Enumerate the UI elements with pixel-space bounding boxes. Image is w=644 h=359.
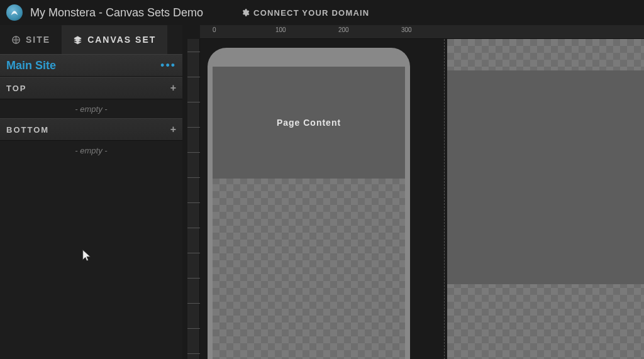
layers-icon (73, 35, 82, 45)
ruler-tick: 0 (213, 26, 216, 33)
page-content-label: Page Content (277, 118, 341, 128)
cursor-icon (82, 249, 92, 263)
top-bar: My Monstera - Canvas Sets Demo CONNECT Y… (0, 0, 644, 25)
section-top-label: TOP (6, 84, 170, 93)
connect-domain-label: CONNECT YOUR DOMAIN (253, 8, 369, 18)
tab-site[interactable]: SITE (0, 25, 62, 54)
sidebar: SITE CANVAS SET Main Site ••• TOP + - em… (0, 25, 182, 359)
ruler-tick: 200 (338, 26, 349, 33)
connect-domain-button[interactable]: CONNECT YOUR DOMAIN (241, 8, 369, 18)
device-screen[interactable] (447, 39, 644, 359)
canvas-set-item[interactable]: Main Site ••• (0, 54, 182, 77)
app-title: My Monstera - Canvas Sets Demo (30, 6, 203, 19)
ruler-tick: 100 (275, 26, 286, 33)
section-bottom-empty: - empty - (0, 141, 182, 160)
device-screen[interactable]: Page Content (213, 67, 405, 359)
canvas-set-name: Main Site (6, 59, 160, 72)
ruler-tick: 300 (401, 26, 412, 33)
canvas-area[interactable]: 0 100 200 300 Page Content (182, 25, 644, 359)
more-icon[interactable]: ••• (160, 59, 176, 72)
tab-site-label: SITE (26, 35, 50, 45)
ruler-horizontal: 0 100 200 300 (200, 25, 644, 39)
section-bottom-header[interactable]: BOTTOM + (0, 118, 182, 141)
tab-canvas-set-label: CANVAS SET (87, 35, 156, 45)
plus-icon[interactable]: + (170, 124, 176, 135)
gear-icon (241, 8, 250, 17)
device-phone[interactable]: Page Content (208, 48, 410, 359)
section-top-empty: - empty - (0, 99, 182, 118)
section-top-header[interactable]: TOP + (0, 77, 182, 99)
plus-icon[interactable]: + (170, 82, 176, 94)
device-tablet[interactable] (444, 39, 644, 359)
globe-icon (11, 35, 21, 45)
tab-canvas-set[interactable]: CANVAS SET (62, 25, 167, 54)
app-logo-icon[interactable] (6, 4, 23, 21)
ruler-vertical (187, 39, 200, 359)
page-content-block[interactable] (447, 70, 644, 284)
section-bottom-label: BOTTOM (6, 125, 170, 135)
sidebar-tabs: SITE CANVAS SET (0, 25, 182, 54)
page-content-block[interactable]: Page Content (213, 67, 405, 179)
main-area: SITE CANVAS SET Main Site ••• TOP + - em… (0, 25, 644, 359)
